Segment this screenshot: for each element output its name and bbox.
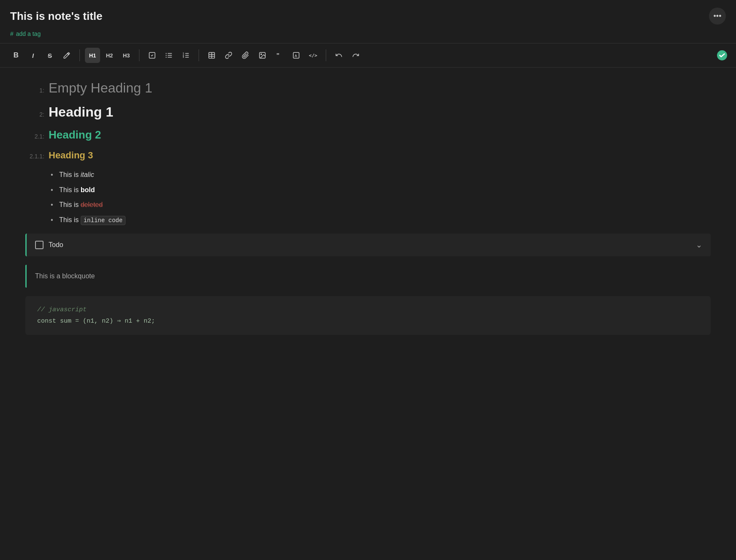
code-icon: </> bbox=[309, 53, 317, 58]
outline-num-4: 2.1.1: bbox=[25, 153, 44, 160]
svg-point-18 bbox=[261, 54, 262, 54]
app-container: This is note's title ••• # add a tag B I… bbox=[0, 0, 736, 560]
bullet-prefix-3: This is bbox=[59, 201, 81, 208]
sync-icon bbox=[717, 50, 728, 61]
deleted-text: deleted bbox=[81, 201, 103, 208]
toolbar-divider-1 bbox=[79, 49, 80, 61]
tag-row: # add a tag bbox=[0, 29, 736, 43]
redo-button[interactable] bbox=[348, 48, 363, 63]
font-button[interactable]: A bbox=[289, 48, 304, 63]
list-item-bold: This is bold bbox=[51, 185, 711, 196]
outline-line-1: 1: Empty Heading 1 bbox=[25, 80, 711, 96]
h1-button[interactable]: H1 bbox=[85, 48, 100, 63]
image-icon bbox=[259, 52, 266, 59]
italic-text: italic bbox=[81, 171, 94, 178]
outline-line-4: 2.1.1: Heading 3 bbox=[25, 150, 711, 161]
h2-button[interactable]: H2 bbox=[102, 48, 117, 63]
svg-point-5 bbox=[166, 55, 166, 56]
toolbar-divider-4 bbox=[326, 49, 326, 61]
bold-button[interactable]: B bbox=[8, 48, 24, 63]
quote-icon: " bbox=[275, 52, 283, 59]
bullet-list-button[interactable] bbox=[161, 48, 177, 63]
code-button[interactable]: </> bbox=[305, 48, 321, 63]
header: This is note's title ••• bbox=[0, 0, 736, 29]
todo-chevron-icon[interactable]: ⌄ bbox=[696, 240, 702, 250]
toolbar-divider-3 bbox=[199, 49, 199, 61]
svg-text:": " bbox=[276, 52, 279, 59]
list-item-deleted: This is deleted bbox=[51, 199, 711, 210]
toolbar: B I S H1 H2 H3 123 bbox=[0, 43, 736, 68]
list-item-italic: This is italic bbox=[51, 169, 711, 180]
heading-2: Heading 2 bbox=[49, 128, 101, 141]
strikethrough-icon: S bbox=[48, 52, 52, 59]
outline-num-3: 2.1: bbox=[25, 133, 44, 140]
ordered-list-icon: 123 bbox=[182, 52, 190, 59]
outline-num-1: 1: bbox=[25, 87, 44, 94]
table-icon bbox=[208, 52, 215, 59]
svg-text:A: A bbox=[294, 54, 297, 58]
list-item-code: This is inline code bbox=[51, 215, 711, 226]
checkbox-icon bbox=[148, 52, 156, 59]
redo-icon bbox=[352, 52, 360, 59]
bullet-list-icon bbox=[165, 52, 173, 59]
table-button[interactable] bbox=[204, 48, 219, 63]
ordered-list-button[interactable]: 123 bbox=[178, 48, 194, 63]
sync-status bbox=[717, 50, 728, 61]
bold-text: bold bbox=[81, 186, 95, 193]
tag-icon: # bbox=[10, 30, 14, 37]
heading-3: Heading 3 bbox=[49, 150, 93, 161]
bullet-list: This is italic This is bold This is dele… bbox=[25, 169, 711, 225]
empty-heading-1: Empty Heading 1 bbox=[49, 80, 152, 96]
image-button[interactable] bbox=[255, 48, 270, 63]
link-icon bbox=[225, 52, 232, 59]
quote-button[interactable]: " bbox=[272, 48, 287, 63]
code-inline-text: inline code bbox=[81, 216, 125, 225]
more-button[interactable]: ••• bbox=[709, 8, 726, 24]
svg-point-6 bbox=[166, 57, 166, 57]
bullet-prefix-1: This is bbox=[59, 171, 81, 178]
toolbar-divider-2 bbox=[139, 49, 139, 61]
code-comment: // javascript bbox=[37, 306, 699, 313]
font-icon: A bbox=[292, 52, 300, 59]
attachment-icon bbox=[242, 52, 249, 59]
code-line: const sum = (n1, n2) ⇒ n1 + n2; bbox=[37, 317, 699, 325]
link-button[interactable] bbox=[221, 48, 236, 63]
more-icon: ••• bbox=[714, 12, 722, 21]
todo-label: Todo bbox=[49, 241, 63, 249]
strikethrough-button[interactable]: S bbox=[42, 48, 57, 63]
todo-block[interactable]: Todo ⌄ bbox=[25, 234, 711, 256]
editor-content[interactable]: 1: Empty Heading 1 2: Heading 1 2.1: Hea… bbox=[0, 68, 736, 356]
bullet-prefix-4: This is bbox=[59, 216, 81, 223]
add-tag-link[interactable]: add a tag bbox=[16, 30, 41, 37]
todo-inner: Todo bbox=[35, 241, 63, 249]
undo-button[interactable] bbox=[331, 48, 346, 63]
code-block: // javascript const sum = (n1, n2) ⇒ n1 … bbox=[25, 296, 711, 335]
pen-icon bbox=[63, 52, 71, 59]
bullet-prefix-2: This is bbox=[59, 186, 81, 193]
h3-button[interactable]: H3 bbox=[119, 48, 134, 63]
blockquote-text: This is a blockquote bbox=[35, 272, 95, 280]
checkbox-button[interactable] bbox=[144, 48, 160, 63]
outline-line-2: 2: Heading 1 bbox=[25, 104, 711, 120]
todo-checkbox[interactable] bbox=[35, 241, 44, 249]
heading-1: Heading 1 bbox=[49, 104, 113, 120]
blockquote-block: This is a blockquote bbox=[25, 265, 711, 288]
svg-text:3: 3 bbox=[183, 56, 184, 58]
svg-point-4 bbox=[166, 53, 166, 54]
undo-icon bbox=[335, 52, 343, 59]
italic-button[interactable]: I bbox=[25, 48, 41, 63]
attachment-button[interactable] bbox=[238, 48, 253, 63]
pen-button[interactable] bbox=[59, 48, 74, 63]
note-title: This is note's title bbox=[10, 10, 103, 23]
outline-num-2: 2: bbox=[25, 111, 44, 118]
outline-line-3: 2.1: Heading 2 bbox=[25, 128, 711, 141]
